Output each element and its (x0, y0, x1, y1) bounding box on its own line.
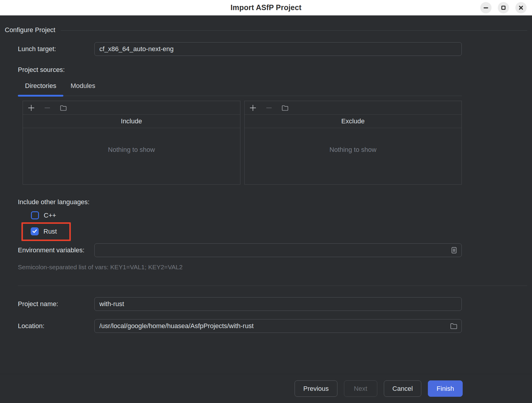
exclude-header: Exclude (245, 115, 462, 128)
include-header: Include (23, 115, 240, 128)
tab-modules[interactable]: Modules (63, 77, 102, 96)
add-icon[interactable] (27, 104, 35, 112)
project-name-label: Project name: (18, 300, 94, 308)
location-row: Location: (18, 319, 462, 333)
include-empty-text: Nothing to show (23, 128, 240, 184)
project-name-row: Project name: (18, 297, 462, 311)
tab-directories[interactable]: Directories (18, 77, 63, 96)
section-rule (61, 30, 527, 31)
titlebar: Import ASfP Project (0, 0, 532, 15)
next-button[interactable]: Next (344, 380, 377, 397)
expand-env-vars-icon[interactable] (449, 245, 459, 255)
cpp-checkbox[interactable] (31, 211, 39, 219)
cpp-checkbox-label: C++ (44, 212, 56, 219)
project-name-input[interactable] (94, 297, 462, 311)
finish-button[interactable]: Finish (428, 380, 463, 397)
environment-variables-label: Environment variables: (18, 246, 94, 254)
previous-button[interactable]: Previous (295, 380, 337, 397)
project-sources-label: Project sources: (18, 66, 462, 74)
exclude-toolbar (245, 101, 462, 115)
close-button[interactable] (515, 2, 527, 13)
minimize-icon (483, 5, 489, 10)
rust-checkbox[interactable] (31, 227, 39, 235)
remove-icon[interactable] (43, 104, 51, 112)
exclude-empty-text: Nothing to show (245, 128, 462, 184)
rust-checkbox-row: Rust (31, 227, 57, 235)
cancel-button[interactable]: Cancel (384, 380, 421, 397)
add-icon[interactable] (249, 104, 257, 112)
browse-folder-icon[interactable] (449, 321, 459, 331)
import-asfp-project-dialog: Import ASfP Project Configure Project (0, 0, 532, 403)
lunch-target-row: Lunch target: (18, 42, 462, 56)
configure-project-section: Configure Project (5, 26, 527, 34)
form-divider (18, 286, 527, 286)
dialog-title: Import ASfP Project (231, 3, 302, 12)
include-panel: Include Nothing to show (23, 101, 240, 185)
minimize-button[interactable] (480, 2, 492, 13)
include-other-languages-label: Include other languages: (18, 198, 462, 206)
footer-button-bar: Previous Next Cancel Finish (0, 374, 532, 403)
include-toolbar (23, 101, 240, 115)
checkmark-icon (32, 228, 38, 235)
exclude-panel: Exclude Nothing to show (244, 101, 462, 185)
cpp-checkbox-row: C++ (31, 211, 462, 219)
rust-highlight-annotation: Rust (21, 222, 71, 241)
rust-checkbox-label: Rust (43, 228, 57, 235)
location-input[interactable] (94, 319, 462, 333)
env-vars-hint: Semicolon-separated list of vars: KEY1=V… (18, 264, 462, 271)
section-title: Configure Project (5, 26, 55, 34)
environment-variables-input[interactable] (94, 243, 462, 257)
project-sources-panel: Directories Modules (18, 77, 462, 185)
maximize-icon (501, 5, 506, 10)
environment-variables-row: Environment variables: (18, 243, 462, 257)
folder-icon[interactable] (281, 104, 289, 112)
sources-tabs: Directories Modules (18, 77, 462, 96)
maximize-button[interactable] (498, 2, 509, 13)
lunch-target-label: Lunch target: (18, 45, 94, 53)
window-controls (480, 2, 527, 13)
remove-icon[interactable] (265, 104, 273, 112)
close-icon (518, 5, 524, 10)
location-label: Location: (18, 322, 94, 330)
lunch-target-input[interactable] (94, 42, 462, 56)
folder-icon[interactable] (59, 104, 68, 112)
